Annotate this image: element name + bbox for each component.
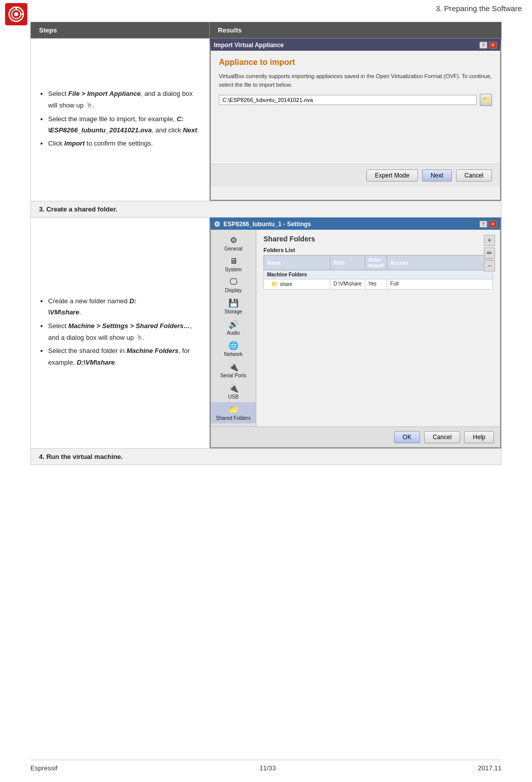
col-access: Access <box>387 256 493 270</box>
file-path-input[interactable] <box>219 95 477 105</box>
doc-table: Steps Results Select File > Import Appli… <box>30 22 502 465</box>
cancel-button[interactable]: Cancel <box>456 169 492 182</box>
folder-automount-cell: Yes <box>365 279 387 290</box>
sidebar-item-system[interactable]: 🖥 System <box>211 254 256 275</box>
folder-access-cell: Full <box>387 279 493 290</box>
network-icon: 🌐 <box>229 341 239 350</box>
list-item: Select the image file to import, for exa… <box>48 114 201 136</box>
settings-help-btn[interactable]: Help <box>464 431 494 443</box>
sidebar-item-usb[interactable]: 🔌 USB <box>211 381 256 402</box>
settings-footer: OK Cancel Help <box>211 426 500 447</box>
expert-mode-button[interactable]: Expert Mode <box>366 169 418 182</box>
espressif-logo <box>5 3 27 27</box>
next-button[interactable]: Next <box>422 169 452 182</box>
main-content: Steps Results Select File > Import Appli… <box>0 22 532 465</box>
dialog-buttons: Expert Mode Next Cancel <box>211 164 500 187</box>
list-item: Create a new folder named D:\VM\share. <box>48 296 201 318</box>
settings-layout: ⚙ General 🖥 System 🖵 D <box>211 230 500 447</box>
settings-title: ⚙ ESP8266_lubuntu_1 - Settings <box>214 220 311 228</box>
folder-group-label: Machine Folders <box>264 270 493 279</box>
sidebar-item-shared-folders[interactable]: 📁 Shared Folders <box>211 402 256 423</box>
usb-icon: 🔌 <box>229 383 239 393</box>
folder-group-row: Machine Folders <box>264 270 493 279</box>
col-path: Path <box>330 256 365 270</box>
footer-center: 11/33 <box>259 764 276 772</box>
col-name: Name <box>264 256 330 270</box>
section-header-shared-folder: 3. Create a shared folder. <box>31 201 502 218</box>
logo-svg <box>5 3 27 25</box>
shared-folders-icon: 📁 <box>229 405 239 414</box>
svg-point-3 <box>14 12 18 16</box>
list-item: Select the shared folder in Machine Fold… <box>48 345 201 368</box>
arrow-icon: 🖱 <box>86 99 93 112</box>
settings-ok-btn[interactable]: OK <box>394 431 420 443</box>
page-header: 3. Preparing the Software <box>0 0 532 17</box>
settings-body: ⚙ General 🖥 System 🖵 D <box>211 230 500 426</box>
storage-icon: 💾 <box>229 298 239 308</box>
page-title: 3. Preparing the Software <box>436 4 522 13</box>
page-footer: Espressif 11/33 2017.11 <box>30 760 502 772</box>
dialog-help-btn[interactable]: ? <box>479 42 487 49</box>
steps-list-import: Select File > Import Appliance, and a di… <box>39 88 201 149</box>
list-item: Click Import to confirm the settings. <box>48 138 201 149</box>
sidebar-item-network[interactable]: 🌐 Network <box>211 338 256 360</box>
dialog-close-btn[interactable]: ✕ <box>489 42 497 49</box>
remove-folder-btn[interactable]: − <box>484 260 495 271</box>
settings-titlebar: ⚙ ESP8266_lubuntu_1 - Settings ? ✕ <box>211 219 500 230</box>
settings-sidebar: ⚙ General 🖥 System 🖵 D <box>211 230 256 426</box>
settings-close-btn[interactable]: ✕ <box>489 221 497 228</box>
dialog-titlebar: Import Virtual Appliance ? ✕ <box>211 40 500 51</box>
vbox-settings-dialog: ⚙ ESP8266_lubuntu_1 - Settings ? ✕ <box>210 218 501 448</box>
list-item: Select File > Import Appliance, and a di… <box>48 88 201 112</box>
folder-icon: 📁 <box>271 281 278 287</box>
sidebar-item-display[interactable]: 🖵 Display <box>211 275 256 296</box>
steps-cell-shared: Create a new folder named D:\VM\share. S… <box>31 218 210 449</box>
settings-help-btn[interactable]: ? <box>479 221 487 228</box>
steps-list-shared: Create a new folder named D:\VM\share. S… <box>39 296 201 368</box>
browse-btn[interactable]: 📁 <box>480 94 492 106</box>
sidebar-item-audio[interactable]: 🔊 Audio <box>211 317 256 338</box>
file-input-row: 📁 <box>219 94 492 106</box>
folder-name-cell: 📁 share <box>264 279 330 290</box>
folders-list-label: Folders List <box>263 247 493 253</box>
table-row-import: Select File > Import Appliance, and a di… <box>31 39 502 201</box>
col-header-steps: Steps <box>31 22 210 39</box>
folder-path-cell: D:\VM\share <box>330 279 365 290</box>
general-icon: ⚙ <box>230 235 237 245</box>
dialog-controls: ? ✕ <box>479 42 497 49</box>
result-cell-import: Import Virtual Appliance ? ✕ Appliance t… <box>210 39 502 201</box>
col-header-results: Results <box>210 22 502 39</box>
dialog-desc: VirtualBox currently supports importing … <box>219 72 492 89</box>
list-item: Select Machine > Settings > Shared Folde… <box>48 321 201 344</box>
settings-main-panel: Shared Folders Folders List Name Path Au… <box>256 230 500 426</box>
settings-icon: ⚙ <box>214 220 220 228</box>
section-header-run-cell: 4. Run the virtual machine. <box>31 449 502 465</box>
display-icon: 🖵 <box>230 277 238 287</box>
arrow-icon: 🖱 <box>136 332 143 344</box>
sidebar-item-serial[interactable]: 🔌 Serial Ports <box>211 360 256 381</box>
panel-title: Shared Folders <box>263 235 493 243</box>
dialog-title: Import Virtual Appliance <box>214 42 284 49</box>
footer-right: 2017.11 <box>478 764 502 772</box>
sidebar-item-storage[interactable]: 💾 Storage <box>211 296 256 317</box>
serial-icon: 🔌 <box>229 362 239 372</box>
folder-data-row[interactable]: 📁 share D:\VM\share Yes Full <box>264 279 493 290</box>
dialog-body: Appliance to import VirtualBox currently… <box>211 51 500 164</box>
settings-cancel-btn[interactable]: Cancel <box>424 431 460 443</box>
add-folder-btn[interactable]: + <box>484 235 495 246</box>
section-header-run-vm: 4. Run the virtual machine. <box>31 449 502 465</box>
table-row-shared-folder: Create a new folder named D:\VM\share. S… <box>31 218 502 449</box>
settings-controls: ? ✕ <box>479 221 497 228</box>
footer-left: Espressif <box>30 764 57 772</box>
steps-cell-import: Select File > Import Appliance, and a di… <box>31 39 210 201</box>
dialog-section-title: Appliance to import <box>219 58 492 67</box>
system-icon: 🖥 <box>230 257 238 266</box>
folder-action-buttons: + ✏ − <box>484 235 495 271</box>
result-cell-shared: ⚙ ESP8266_lubuntu_1 - Settings ? ✕ <box>210 218 502 449</box>
edit-folder-btn[interactable]: ✏ <box>484 247 495 259</box>
sidebar-item-general[interactable]: ⚙ General <box>211 233 256 254</box>
audio-icon: 🔊 <box>229 319 239 329</box>
col-automount: Auto-mount <box>365 256 387 270</box>
section-header-cell: 3. Create a shared folder. <box>31 201 502 218</box>
folders-table: Name Path Auto-mount Access <box>263 255 493 290</box>
